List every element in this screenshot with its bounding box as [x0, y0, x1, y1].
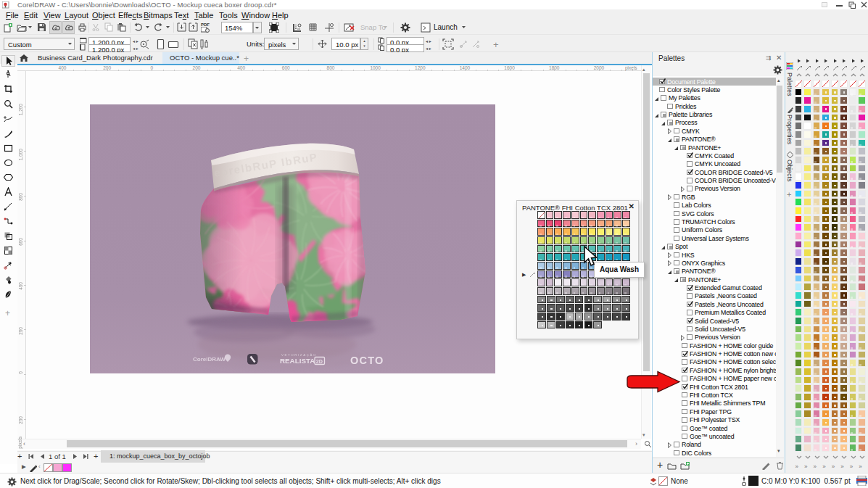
svg-text:OCTO: OCTO — [350, 355, 384, 366]
svg-text:2D: 2D — [316, 358, 323, 365]
svg-text:CorelDRAW: CorelDRAW — [193, 356, 226, 363]
svg-text:REALISTA: REALISTA — [280, 357, 315, 365]
